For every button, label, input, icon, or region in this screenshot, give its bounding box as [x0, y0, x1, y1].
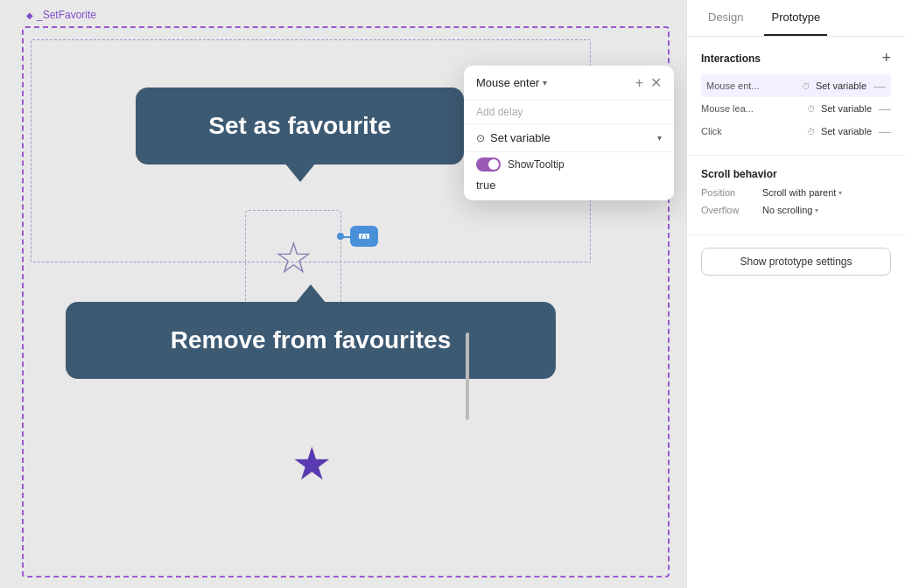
set-variable-icon: ⊙ [476, 132, 485, 144]
clock-icon-1: ⏱ [802, 81, 810, 91]
position-value[interactable]: Scroll with parent ▾ [762, 187, 842, 198]
popup-header: Mouse enter ▾ + ✕ [464, 66, 674, 101]
scroll-behavior-section: Scroll behavior Position Scroll with par… [687, 156, 905, 235]
action-mouseleave: Set variable [821, 103, 872, 114]
tooltip-remove-favourite: Remove from favourites [66, 302, 556, 379]
interaction-row-click[interactable]: Click ⏱ Set variable — [701, 120, 891, 143]
popup-delay-field[interactable]: Add delay [464, 101, 674, 124]
interaction-popup: Mouse enter ▾ + ✕ Add delay ⊙ Set variab… [464, 66, 674, 200]
tab-prototype[interactable]: Prototype [764, 0, 827, 36]
overflow-row: Overflow No scrolling ▾ [701, 205, 891, 215]
frame-label: _SetFavorite [26, 9, 96, 21]
interactions-title: Interactions [701, 52, 761, 65]
popup-header-buttons: + ✕ [635, 74, 662, 91]
overflow-value[interactable]: No scrolling ▾ [762, 205, 818, 215]
interaction-row-mouseleave[interactable]: Mouse lea... ⏱ Set variable — [701, 97, 891, 120]
scrollbar-thumb[interactable] [466, 332, 469, 420]
interactions-section: Interactions + Mouse ent... ⏱ Set variab… [687, 37, 905, 156]
popup-add-button[interactable]: + [635, 75, 643, 91]
star-filled-icon: ★ [291, 438, 333, 490]
overflow-chevron: ▾ [815, 206, 818, 214]
star-outline-container[interactable]: ☆ [245, 210, 341, 306]
variable-icon: { } [350, 226, 378, 247]
overflow-label: Overflow [701, 205, 762, 215]
right-panel: Design Prototype Interactions + Mouse en… [686, 0, 905, 588]
action-click: Set variable [821, 126, 872, 136]
show-tooltip-toggle[interactable] [476, 158, 501, 172]
trigger-mouseenter: Mouse ent... [706, 80, 796, 91]
scroll-behavior-header: Scroll behavior [701, 168, 891, 180]
position-chevron: ▾ [838, 189, 842, 197]
tab-design[interactable]: Design [701, 0, 750, 36]
popup-toggle-row: ShowTooltip [464, 152, 674, 175]
scroll-behavior-title: Scroll behavior [701, 168, 777, 180]
position-label: Position [701, 187, 762, 198]
show-prototype-settings-button[interactable]: Show prototype settings [701, 248, 891, 276]
tooltip-set-favourite: Set as favourite [136, 88, 464, 164]
popup-set-variable-row[interactable]: ⊙ Set variable ▾ [464, 124, 674, 152]
popup-close-button[interactable]: ✕ [650, 74, 662, 91]
add-interaction-button[interactable]: + [881, 49, 891, 67]
clock-icon-2: ⏱ [807, 104, 816, 114]
toggle-label: ShowTooltip [508, 158, 565, 171]
set-variable-chevron: ▾ [657, 133, 662, 143]
interaction-row-mouseenter[interactable]: Mouse ent... ⏱ Set variable — [701, 74, 891, 97]
remove-interaction-2[interactable]: — [879, 102, 891, 116]
trigger-click: Click [701, 126, 802, 136]
interactions-header: Interactions + [701, 49, 891, 67]
position-row: Position Scroll with parent ▾ [701, 187, 891, 198]
popup-title-chevron: ▾ [543, 78, 547, 88]
popup-value: true [464, 175, 674, 200]
canvas: _SetFavorite Set as favourite ☆ { } + Re… [0, 0, 686, 588]
trigger-mouseleave: Mouse lea... [701, 103, 802, 114]
popup-title[interactable]: Mouse enter ▾ [476, 76, 547, 89]
action-mouseenter: Set variable [816, 80, 866, 91]
panel-tabs: Design Prototype [687, 0, 905, 37]
clock-icon-3: ⏱ [807, 127, 816, 136]
remove-interaction-1[interactable]: — [873, 79, 886, 93]
remove-interaction-3[interactable]: — [879, 124, 891, 138]
star-outline-icon: ☆ [274, 233, 313, 284]
svg-text:{ }: { } [361, 234, 368, 241]
